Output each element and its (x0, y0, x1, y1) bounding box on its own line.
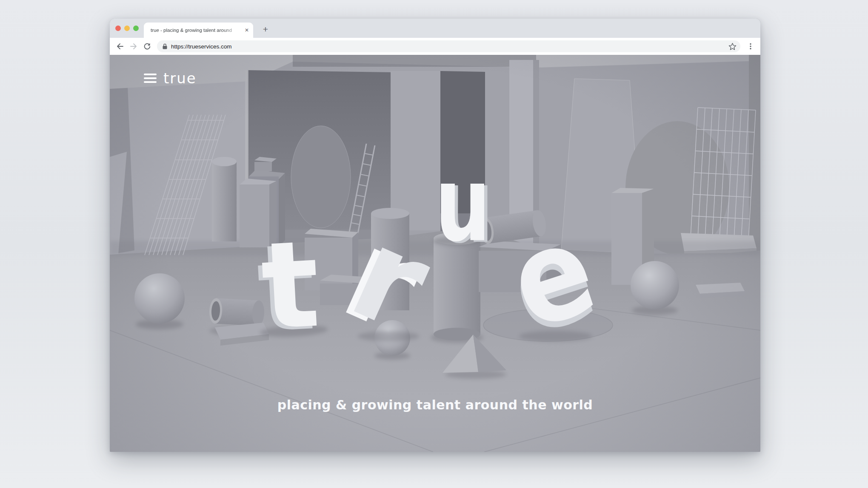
tab-bar: true - placing & growing talent around ✕… (110, 19, 760, 38)
zoom-window-button[interactable] (133, 26, 139, 31)
hamburger-menu-button[interactable] (144, 74, 157, 83)
site-header: true (144, 71, 197, 85)
hero-3d-scene: t t r r u u e e (110, 55, 760, 452)
minimize-window-button[interactable] (124, 26, 130, 31)
reload-icon (143, 42, 151, 51)
new-tab-button[interactable]: + (260, 23, 271, 35)
hamburger-bar (144, 77, 157, 79)
back-arrow-icon (116, 42, 124, 51)
reload-button[interactable] (142, 41, 153, 52)
browser-toolbar: https://trueservices.com (110, 38, 760, 55)
browser-tab[interactable]: true - placing & growing talent around ✕ (144, 23, 253, 38)
page-viewport: t t r r u u e e (110, 55, 760, 452)
close-window-button[interactable] (115, 26, 121, 31)
hamburger-bar (144, 74, 157, 75)
bookmark-star-icon (728, 43, 737, 51)
tab-title: true - placing & growing talent around (151, 28, 243, 33)
vignette (110, 55, 760, 452)
kebab-menu-icon (747, 43, 754, 50)
traffic-lights (115, 26, 139, 31)
hero-tagline: placing & growing talent around the worl… (110, 397, 760, 412)
bookmark-button[interactable] (727, 41, 738, 52)
browser-menu-button[interactable] (745, 41, 756, 52)
browser-window: true - placing & growing talent around ✕… (110, 19, 760, 452)
url-text: https://trueservices.com (171, 43, 232, 50)
back-button[interactable] (114, 41, 126, 52)
forward-button[interactable] (128, 41, 139, 52)
hamburger-bar (144, 81, 157, 83)
site-logo[interactable]: true (163, 71, 197, 85)
tab-close-icon[interactable]: ✕ (245, 28, 249, 33)
lock-icon (162, 43, 168, 50)
address-bar[interactable]: https://trueservices.com (157, 40, 740, 52)
forward-arrow-icon (129, 42, 138, 51)
